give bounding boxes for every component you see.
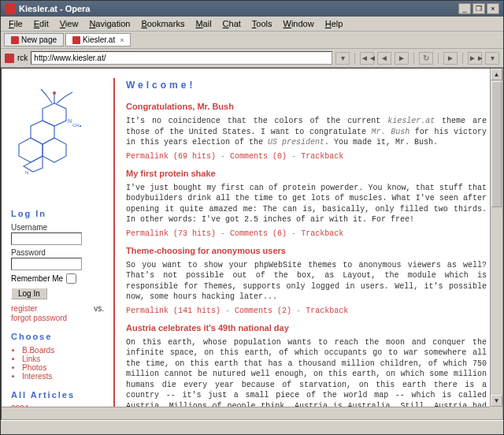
- menu-navigation[interactable]: Navigation: [84, 18, 135, 29]
- close-button[interactable]: ×: [487, 3, 499, 14]
- dropdown-button[interactable]: ▾: [335, 52, 350, 65]
- articles-heading: All Articles: [11, 390, 104, 400]
- maximize-button[interactable]: ❐: [472, 3, 485, 14]
- url-input[interactable]: [31, 51, 332, 65]
- forward2-button[interactable]: ►: [443, 52, 458, 65]
- molecule-logo: N CH₃ N: [11, 81, 90, 184]
- forgot-password-link[interactable]: forgot password: [11, 314, 104, 322]
- welcome-heading: Welcome!: [126, 80, 487, 91]
- page-icon: [11, 36, 19, 44]
- remember-label: Remember Me: [11, 274, 63, 283]
- browser-window: Kiesler.at - Opera _ ❐ × File Edit View …: [0, 0, 504, 435]
- address-label: rck: [17, 54, 28, 62]
- menu-bookmarks[interactable]: Bookmarks: [136, 18, 189, 29]
- address-bar: rck ▾ ◄◄ ◄ ► ↻ ► ►► ▾: [1, 49, 503, 68]
- login-button[interactable]: Log In: [11, 288, 47, 299]
- menu-window[interactable]: Window: [279, 18, 319, 29]
- svg-line-7: [57, 97, 65, 103]
- svg-marker-3: [43, 138, 66, 162]
- scroll-up-icon[interactable]: ▲: [491, 69, 502, 80]
- back-button[interactable]: ◄: [377, 52, 391, 65]
- tab-new-page[interactable]: New page: [4, 33, 64, 46]
- svg-marker-2: [19, 138, 43, 162]
- comments-link[interactable]: Comments (0): [230, 152, 287, 161]
- menu-dropdown-button[interactable]: ▾: [485, 52, 499, 65]
- trackback-link[interactable]: Trackback: [301, 152, 343, 161]
- main-content: Welcome! Congratulations, Mr. Bush It's …: [118, 78, 496, 410]
- choose-interests[interactable]: Interests: [22, 372, 104, 381]
- menu-mail[interactable]: Mail: [191, 18, 216, 29]
- permalink-link[interactable]: Permalink (69 hits): [126, 152, 216, 161]
- svg-text:CH₃: CH₃: [72, 123, 82, 128]
- permalink-link[interactable]: Permalink (73 hits): [126, 229, 216, 238]
- post-meta: Permalink (73 hits) - Comments (6) - Tra…: [126, 229, 487, 238]
- post-meta: Permalink (141 hits) - Comments (2) - Tr…: [126, 307, 487, 315]
- permalink-link[interactable]: Permalink (141 hits): [126, 307, 220, 315]
- post-body: So you want to show your phpWebSite them…: [126, 260, 487, 303]
- menu-chat[interactable]: Chat: [218, 18, 246, 29]
- tab-label: New page: [21, 35, 57, 44]
- svg-line-9: [65, 92, 72, 97]
- minimize-button[interactable]: _: [458, 3, 471, 14]
- tab-close-icon[interactable]: ×: [120, 36, 124, 44]
- site-icon: [5, 54, 14, 63]
- scroll-thumb[interactable]: [491, 81, 502, 207]
- trackback-link[interactable]: Trackback: [306, 307, 348, 315]
- post-title: Austria celebrates it's 49th national da…: [126, 323, 487, 333]
- post-title: Theme-choosing for anonymous users: [126, 246, 487, 255]
- comments-link[interactable]: Comments (2): [235, 307, 291, 315]
- menubar: File Edit View Navigation Bookmarks Mail…: [1, 17, 503, 32]
- password-input[interactable]: [11, 258, 82, 270]
- scroll-down-icon[interactable]: ▼: [491, 395, 502, 407]
- divider: [113, 78, 115, 410]
- content-area: N CH₃ N Log In Username Password Remembe…: [1, 68, 503, 420]
- trackback-link[interactable]: Trackback: [301, 229, 343, 238]
- svg-marker-1: [31, 121, 54, 144]
- scroll-corner: [490, 407, 502, 419]
- svg-line-6: [46, 95, 52, 103]
- vs-text: vs.: [94, 304, 104, 313]
- password-label: Password: [11, 248, 104, 257]
- svg-text:N: N: [68, 118, 72, 124]
- comments-link[interactable]: Comments (6): [230, 229, 287, 238]
- svg-point-10: [53, 91, 56, 95]
- menu-help[interactable]: Help: [321, 18, 348, 29]
- tabbar: New page Kiesler.at ×: [1, 32, 503, 49]
- window-title: Kiesler.at - Opera: [19, 4, 458, 13]
- sidebar: N CH₃ N Log In Username Password Remembe…: [8, 78, 110, 410]
- svg-line-8: [41, 89, 46, 95]
- post-title: My first protein shake: [126, 169, 487, 178]
- username-input[interactable]: [11, 232, 82, 245]
- reload-button[interactable]: ↻: [419, 52, 433, 65]
- post-body: I've just bought my first can of protein…: [126, 183, 487, 225]
- horizontal-scrollbar[interactable]: [2, 407, 490, 419]
- login-heading: Log In: [11, 209, 104, 218]
- tab-label: Kiesler.at: [83, 35, 115, 44]
- menu-tools[interactable]: Tools: [247, 18, 277, 29]
- post-meta: Permalink (69 hits) - Comments (0) - Tra…: [126, 152, 487, 161]
- fastforward-button[interactable]: ►►: [468, 52, 482, 65]
- post-title: Congratulations, Mr. Bush: [126, 102, 487, 111]
- choose-links[interactable]: Links: [22, 355, 104, 363]
- choose-heading: Choose: [11, 332, 104, 341]
- titlebar: Kiesler.at - Opera _ ❐ ×: [1, 1, 503, 17]
- post-body: It's no coincidence that the colors of t…: [126, 116, 487, 148]
- choose-bboards[interactable]: B.Boards: [22, 346, 104, 355]
- remember-checkbox[interactable]: [66, 273, 76, 284]
- menu-edit[interactable]: Edit: [29, 18, 54, 29]
- menu-file[interactable]: File: [4, 18, 28, 29]
- statusbar: [1, 420, 503, 434]
- app-icon: [5, 3, 16, 14]
- svg-marker-4: [24, 156, 43, 172]
- vertical-scrollbar[interactable]: ▲ ▼: [490, 69, 502, 407]
- username-label: Username: [11, 223, 104, 232]
- page-icon: [72, 36, 80, 44]
- forward-button[interactable]: ►: [395, 52, 409, 65]
- register-link[interactable]: register: [11, 304, 37, 313]
- tab-kiesler[interactable]: Kiesler.at ×: [65, 33, 131, 46]
- rewind-button[interactable]: ◄◄: [360, 52, 374, 65]
- svg-text:N: N: [25, 170, 28, 175]
- menu-view[interactable]: View: [55, 18, 83, 29]
- choose-photos[interactable]: Photos: [22, 363, 104, 372]
